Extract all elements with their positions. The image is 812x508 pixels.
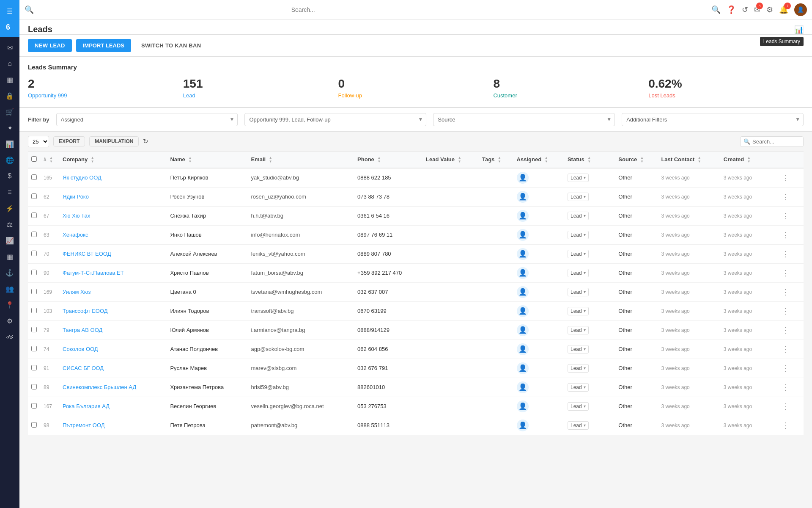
cart-sidebar-icon[interactable]: 🛒	[2, 104, 18, 119]
col-header-phone[interactable]: Phone ▲▼	[354, 152, 422, 168]
col-header-tags[interactable]: Tags ▲▼	[479, 152, 513, 168]
row-actions-menu-7[interactable]: ⋮	[780, 306, 791, 316]
summary-label-lost[interactable]: Lost Leads	[648, 92, 804, 99]
col-header-lastcontact[interactable]: Last Contact ▲▼	[658, 152, 720, 168]
status-badge-13[interactable]: Lead ▾	[568, 421, 589, 430]
status-badge-5[interactable]: Lead ▾	[568, 269, 589, 277]
location-sidebar-icon[interactable]: 📍	[2, 297, 18, 312]
filter-additional-select[interactable]: Additional Filters	[622, 113, 804, 126]
row-checkbox-8[interactable]	[31, 327, 37, 332]
status-badge-7[interactable]: Lead ▾	[568, 307, 589, 315]
cell-company-1[interactable]: Ядки Роко	[59, 187, 167, 206]
row-checkbox-9[interactable]	[31, 346, 37, 351]
status-badge-4[interactable]: Lead ▾	[568, 250, 589, 258]
cell-status-6[interactable]: Lead ▾	[564, 282, 615, 301]
cell-company-11[interactable]: Свинекомплекс Брьшлен АД	[59, 378, 167, 397]
row-checkbox-11[interactable]	[31, 384, 37, 389]
col-header-company[interactable]: Company ▲▼	[59, 152, 167, 168]
search-input[interactable]	[176, 6, 430, 13]
cell-company-12[interactable]: Рока България АД	[59, 397, 167, 416]
search-icon[interactable]: 🔍	[25, 5, 34, 14]
row-checkbox-7[interactable]	[31, 308, 37, 313]
cell-company-7[interactable]: Транссофт ЕООД	[59, 301, 167, 320]
help-icon[interactable]: ❓	[727, 5, 736, 14]
col-header-id[interactable]: # ▲▼	[40, 152, 59, 168]
status-badge-11[interactable]: Lead ▾	[568, 383, 589, 392]
graph-sidebar-icon[interactable]: 📈	[2, 233, 18, 248]
cell-status-8[interactable]: Lead ▾	[564, 320, 615, 340]
cell-company-2[interactable]: Хю Хю Тах	[59, 206, 167, 225]
col-header-email[interactable]: Email ▲▼	[247, 152, 354, 168]
globe-sidebar-icon[interactable]: 🌐	[2, 152, 18, 168]
chart-sidebar-icon[interactable]: 📊	[2, 136, 18, 152]
col-header-source[interactable]: Source ▲▼	[615, 152, 658, 168]
row-checkbox-6[interactable]	[31, 289, 37, 294]
cell-status-11[interactable]: Lead ▾	[564, 378, 615, 397]
export-button[interactable]: EXPORT	[53, 136, 85, 146]
col-header-leadvalue[interactable]: Lead Value ▲▼	[422, 152, 479, 168]
list-sidebar-icon[interactable]: ≡	[2, 185, 18, 200]
email-sidebar-icon[interactable]: ✉	[2, 40, 18, 55]
cell-status-9[interactable]: Lead ▾	[564, 340, 615, 359]
cell-status-2[interactable]: Lead ▾	[564, 206, 615, 225]
cell-company-8[interactable]: Тангра АВ ООД	[59, 320, 167, 340]
filter-sidebar-icon[interactable]: ⚡	[2, 201, 18, 216]
cell-company-9[interactable]: Соколов ООД	[59, 340, 167, 359]
row-checkbox-3[interactable]	[31, 232, 37, 237]
cell-company-13[interactable]: Пътремонт ООД	[59, 416, 167, 435]
row-checkbox-13[interactable]	[31, 422, 37, 428]
cell-status-4[interactable]: Lead ▾	[564, 244, 615, 263]
calendar-sidebar-icon[interactable]: ▦	[2, 72, 18, 87]
cell-company-10[interactable]: СИСАС БГ ООД	[59, 359, 167, 378]
cell-status-12[interactable]: Lead ▾	[564, 397, 615, 416]
refresh-icon[interactable]: ↻	[143, 138, 148, 145]
status-badge-0[interactable]: Lead ▾	[568, 174, 589, 182]
people-sidebar-icon[interactable]: 👥	[2, 281, 18, 296]
status-badge-8[interactable]: Lead ▾	[568, 326, 589, 334]
per-page-select[interactable]: 25	[28, 136, 49, 147]
row-actions-menu-6[interactable]: ⋮	[780, 287, 791, 297]
search-topnav-icon[interactable]: 🔍	[711, 5, 721, 14]
summary-label-lead[interactable]: Lead	[183, 92, 338, 99]
notifications-icon[interactable]: 🔔 7	[779, 5, 788, 14]
messages-icon[interactable]: ✉ 3	[754, 5, 760, 14]
cell-status-1[interactable]: Lead ▾	[564, 187, 615, 206]
col-header-name[interactable]: Name ▲▼	[167, 152, 247, 168]
row-actions-menu-0[interactable]: ⋮	[780, 173, 791, 183]
col-header-status[interactable]: Status ▲▼	[564, 152, 615, 168]
leads-summary-chart-icon[interactable]: 📊	[794, 25, 804, 34]
status-badge-9[interactable]: Lead ▾	[568, 345, 589, 353]
cell-status-5[interactable]: Lead ▾	[564, 263, 615, 282]
lock-sidebar-icon[interactable]: 🔒	[2, 88, 18, 103]
summary-label-opportunity[interactable]: Opportunity 999	[28, 92, 183, 99]
row-actions-menu-5[interactable]: ⋮	[780, 268, 791, 278]
row-checkbox-1[interactable]	[31, 193, 37, 199]
cell-company-5[interactable]: Фатум-Т-Ст.Павлова ЕТ	[59, 263, 167, 282]
summary-label-followup[interactable]: Follow-up	[338, 92, 494, 99]
col-header-created[interactable]: Created ▲▼	[720, 152, 777, 168]
status-badge-3[interactable]: Lead ▾	[568, 231, 589, 239]
scale-sidebar-icon[interactable]: ⚖	[2, 217, 18, 232]
user-avatar[interactable]: 👤	[794, 3, 807, 16]
cell-status-3[interactable]: Lead ▾	[564, 225, 615, 244]
row-actions-menu-10[interactable]: ⋮	[780, 363, 791, 373]
status-badge-1[interactable]: Lead ▾	[568, 193, 589, 201]
filter-status-select[interactable]: Opportunity 999, Lead, Follow-up	[244, 113, 426, 126]
row-actions-menu-8[interactable]: ⋮	[780, 325, 791, 335]
manipulation-button[interactable]: MANIPULATION	[89, 136, 139, 146]
anchor-sidebar-icon[interactable]: ⚓	[2, 265, 18, 280]
row-actions-menu-1[interactable]: ⋮	[780, 192, 791, 202]
cell-status-13[interactable]: Lead ▾	[564, 416, 615, 435]
select-all-checkbox[interactable]	[31, 156, 37, 162]
cell-company-3[interactable]: Хенафокс	[59, 225, 167, 244]
row-checkbox-10[interactable]	[31, 365, 37, 370]
settings-icon[interactable]: ⚙	[766, 5, 773, 14]
row-checkbox-4[interactable]	[31, 251, 37, 256]
row-actions-menu-2[interactable]: ⋮	[780, 211, 791, 221]
row-actions-menu-12[interactable]: ⋮	[780, 401, 791, 411]
cell-company-4[interactable]: ФЕНИКС ВТ ЕООД	[59, 244, 167, 263]
status-badge-10[interactable]: Lead ▾	[568, 364, 589, 373]
cell-status-10[interactable]: Lead ▾	[564, 359, 615, 378]
filter-source-select[interactable]: Source	[433, 113, 615, 126]
row-actions-menu-4[interactable]: ⋮	[780, 249, 791, 259]
